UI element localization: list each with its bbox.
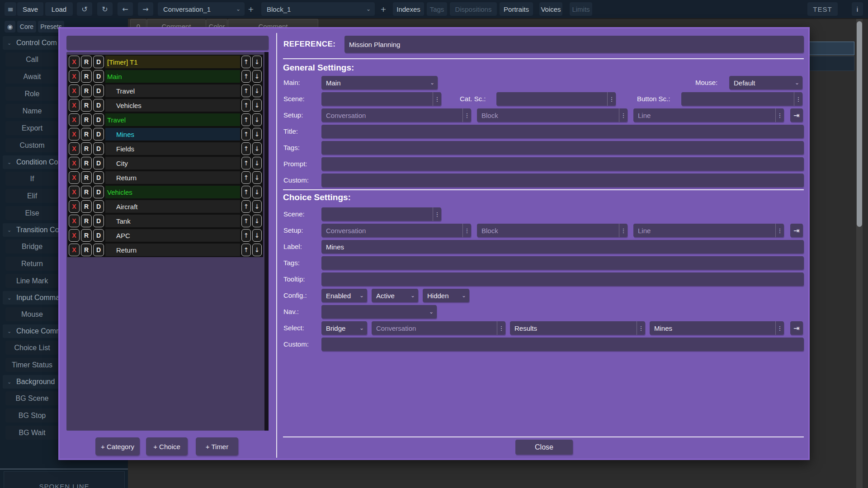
move-up-button[interactable]: ↑ (241, 215, 251, 227)
duplicate-row-button[interactable]: D (93, 157, 104, 169)
move-down-button[interactable]: ↓ (252, 171, 262, 184)
back-icon[interactable]: ← (118, 2, 133, 16)
duplicate-row-button[interactable]: D (93, 128, 104, 141)
delete-row-button[interactable]: X (69, 99, 80, 112)
sidebar-item-elif[interactable]: Elif (5, 189, 59, 203)
button-sc-input[interactable]: ⋮ (681, 92, 802, 106)
spoken-line-button[interactable]: SPOKEN LINE (4, 471, 125, 488)
kebab-icon[interactable]: ⋮ (619, 108, 627, 122)
kebab-icon[interactable]: ⋮ (775, 224, 784, 237)
duplicate-row-button[interactable]: D (93, 113, 104, 126)
rename-row-button[interactable]: R (81, 56, 92, 68)
delete-row-button[interactable]: X (69, 229, 80, 242)
choice-setup-line-input[interactable]: Line ⋮ (633, 224, 784, 237)
forward-icon[interactable]: → (138, 2, 153, 16)
config-active-select[interactable]: Active ⌄ (372, 289, 418, 302)
close-button[interactable]: Close (515, 440, 573, 455)
choice-scene-input[interactable]: ⋮ (321, 207, 441, 221)
sidebar-item-export[interactable]: Export (5, 121, 59, 135)
move-up-button[interactable]: ↑ (241, 84, 251, 97)
menu-icon[interactable]: ≡ (5, 2, 16, 16)
sidebar-item-role[interactable]: Role (5, 87, 59, 101)
duplicate-row-button[interactable]: D (93, 171, 104, 184)
move-down-button[interactable]: ↓ (252, 70, 262, 83)
rename-row-button[interactable]: R (81, 113, 92, 126)
rename-row-button[interactable]: R (81, 142, 92, 155)
conversation-selector[interactable]: Conversation_1 ⌄ (158, 2, 245, 16)
duplicate-row-button[interactable]: D (93, 200, 104, 213)
move-up-button[interactable]: ↑ (241, 229, 251, 242)
redo-icon[interactable]: ↻ (97, 2, 113, 16)
move-up-button[interactable]: ↑ (241, 171, 251, 184)
row-label[interactable]: Fields (105, 142, 240, 155)
delete-row-button[interactable]: X (69, 113, 80, 126)
kebab-icon[interactable]: ⋮ (794, 92, 802, 106)
delete-row-button[interactable]: X (69, 70, 80, 83)
row-label[interactable]: Return (105, 171, 240, 184)
delete-row-button[interactable]: X (69, 84, 80, 97)
setup-conversation-input[interactable]: Conversation ⋮ (321, 108, 471, 122)
add-timer-button[interactable]: + Timer (196, 437, 238, 455)
choice-custom-input[interactable] (321, 338, 804, 351)
move-down-button[interactable]: ↓ (252, 113, 262, 126)
reference-input[interactable]: Mission Planning (344, 36, 804, 53)
move-up-button[interactable]: ↑ (241, 56, 251, 68)
sidebar-item-bg-scene[interactable]: BG Scene (5, 391, 59, 405)
delete-row-button[interactable]: X (69, 56, 80, 68)
sidebar-item-bridge[interactable]: Bridge (5, 239, 59, 253)
label-input[interactable]: Mines (321, 240, 804, 253)
duplicate-row-button[interactable]: D (93, 84, 104, 97)
delete-row-button[interactable]: X (69, 142, 80, 155)
move-down-button[interactable]: ↓ (252, 128, 262, 141)
duplicate-row-button[interactable]: D (93, 142, 104, 155)
duplicate-row-button[interactable]: D (93, 186, 104, 198)
move-up-button[interactable]: ↑ (241, 186, 251, 198)
move-up-button[interactable]: ↑ (241, 128, 251, 141)
scrollbar-thumb[interactable] (857, 21, 862, 227)
row-label[interactable]: APC (105, 229, 240, 242)
undo-icon[interactable]: ↺ (77, 2, 92, 16)
row-label[interactable]: Travel (105, 113, 240, 126)
sidebar-item-if[interactable]: If (5, 172, 59, 186)
select-line-input[interactable]: Mines ⋮ (650, 321, 784, 335)
rename-row-button[interactable]: R (81, 70, 92, 83)
row-label[interactable]: Aircraft (105, 200, 240, 213)
rename-row-button[interactable]: R (81, 99, 92, 112)
setup-block-input[interactable]: Block ⋮ (477, 108, 627, 122)
sidebar-item-name[interactable]: Name (5, 104, 59, 118)
move-down-button[interactable]: ↓ (252, 200, 262, 213)
add-block-button[interactable]: + (379, 2, 388, 16)
tab-core[interactable]: Core (17, 21, 36, 33)
main-select[interactable]: Main ⌄ (321, 76, 438, 89)
add-conversation-button[interactable]: + (246, 2, 255, 16)
tooltip-input[interactable] (321, 272, 804, 286)
kebab-icon[interactable]: ⋮ (497, 321, 505, 335)
info-button[interactable]: i (852, 2, 863, 16)
vertical-scrollbar[interactable] (856, 19, 863, 488)
kebab-icon[interactable]: ⋮ (775, 321, 784, 335)
duplicate-row-button[interactable]: D (93, 70, 104, 83)
duplicate-row-button[interactable]: D (93, 244, 104, 256)
sidebar-item-bg-stop[interactable]: BG Stop (5, 408, 59, 422)
insert-button[interactable]: ⇥ (790, 224, 803, 237)
choice-setup-block-input[interactable]: Block ⋮ (477, 224, 627, 237)
kebab-icon[interactable]: ⋮ (637, 321, 645, 335)
config-enabled-select[interactable]: Enabled ⌄ (321, 289, 367, 302)
select-conversation-input[interactable]: Conversation ⋮ (372, 321, 505, 335)
setup-line-input[interactable]: Line ⋮ (633, 108, 784, 122)
radio-mode-icon[interactable]: ◉ (5, 21, 15, 33)
row-label[interactable]: Vehicles (105, 186, 240, 198)
move-down-button[interactable]: ↓ (252, 84, 262, 97)
delete-row-button[interactable]: X (69, 157, 80, 169)
move-up-button[interactable]: ↑ (241, 99, 251, 112)
kebab-icon[interactable]: ⋮ (433, 207, 441, 221)
move-down-button[interactable]: ↓ (252, 229, 262, 242)
move-up-button[interactable]: ↑ (241, 244, 251, 256)
move-down-button[interactable]: ↓ (252, 244, 262, 256)
sidebar-item-mouse[interactable]: Mouse (5, 307, 59, 321)
move-up-button[interactable]: ↑ (241, 200, 251, 213)
scene-input[interactable]: ⋮ (321, 92, 441, 106)
delete-row-button[interactable]: X (69, 244, 80, 256)
duplicate-row-button[interactable]: D (93, 99, 104, 112)
move-down-button[interactable]: ↓ (252, 186, 262, 198)
